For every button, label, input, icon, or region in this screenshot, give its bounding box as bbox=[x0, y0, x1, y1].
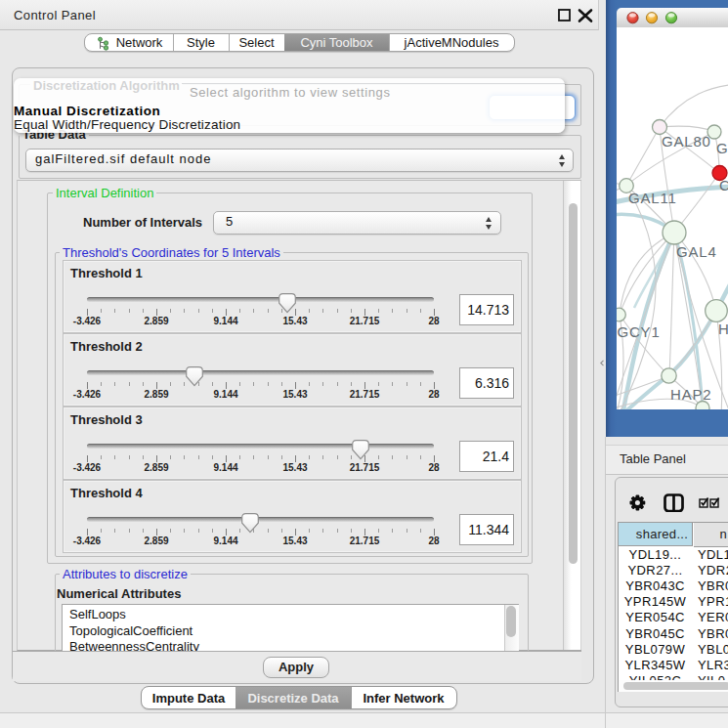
svg-text:GA: GA bbox=[716, 140, 728, 156]
svg-text:HAP2: HAP2 bbox=[670, 386, 711, 403]
svg-text:GAL80: GAL80 bbox=[662, 133, 711, 150]
svg-text:GAL11: GAL11 bbox=[628, 190, 677, 206]
svg-text:GAL4: GAL4 bbox=[676, 243, 717, 260]
svg-text:GCY1: GCY1 bbox=[618, 323, 661, 340]
svg-text:C: C bbox=[719, 177, 728, 193]
svg-text:H: H bbox=[718, 321, 728, 337]
